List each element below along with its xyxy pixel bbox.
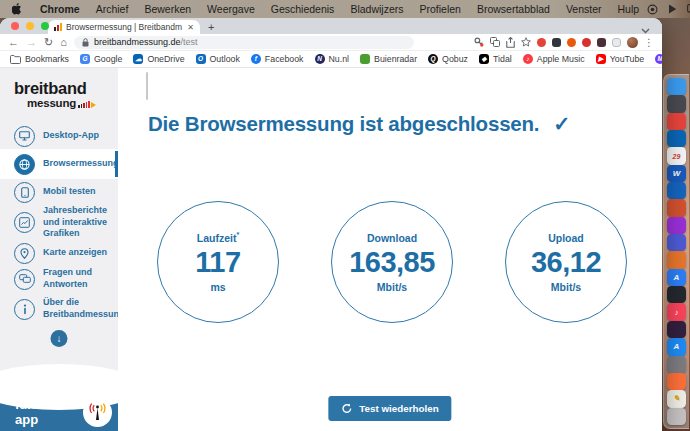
bookmark-item[interactable]: NNu.nl (315, 54, 350, 64)
apple-menu-icon[interactable] (12, 3, 22, 15)
back-button[interactable]: ← (8, 37, 19, 48)
bookmark-item[interactable]: ▶YouTube (596, 54, 645, 64)
scroll-down-arrow-icon[interactable]: ↓ (51, 330, 68, 347)
bookmark-item[interactable]: ♪Apple Music (523, 54, 585, 64)
dock-calendar[interactable]: 29 (667, 147, 686, 164)
bookmark-item[interactable]: ◆Tidal (479, 54, 512, 64)
share-icon[interactable] (506, 37, 515, 48)
dock-notes[interactable]: ✎ (667, 390, 686, 407)
translate-icon[interactable] (490, 37, 500, 47)
tab-title: Browsermessung | Breitbandm (66, 22, 183, 32)
new-tab-button[interactable]: + (208, 20, 214, 34)
metric-label: Download (367, 231, 417, 244)
menubar-item[interactable]: Profielen (411, 3, 468, 15)
repeat-test-button[interactable]: Test wiederholen (328, 396, 451, 421)
map-pin-icon (14, 243, 35, 264)
dock-artwork[interactable] (667, 321, 686, 338)
home-button[interactable]: ⌂ (60, 37, 67, 48)
breitbandmessung-logo[interactable]: breitband messung (14, 80, 118, 109)
dock-edge[interactable] (667, 130, 686, 147)
sidebar-item-jahresberichte[interactable]: Jahresberichte und interaktive Grafiken (0, 205, 118, 240)
sidebar-item-ueber[interactable]: Über die Breitbandmessung (0, 292, 118, 326)
menubar-item[interactable]: Hulp (610, 3, 648, 15)
tab-close-icon[interactable]: ✕ (187, 23, 194, 32)
side-panel-icon[interactable] (612, 38, 621, 47)
dock-music[interactable]: ♪ (667, 303, 686, 320)
ext-blocker-icon[interactable] (537, 38, 546, 47)
scrollbar-thumb[interactable] (146, 72, 148, 100)
bookmark-item[interactable]: OOutlook (196, 54, 240, 64)
sidebar-item-browsermessung[interactable]: Browsermessung (0, 149, 118, 179)
dock-trash[interactable] (667, 408, 686, 425)
dock-firefox[interactable] (667, 373, 686, 390)
menubar-item[interactable]: Weergave (199, 3, 263, 15)
sidebar-item-desktop-app[interactable]: Desktop-App (0, 123, 118, 149)
bookmark-item[interactable]: QQobuz (428, 54, 468, 64)
menubar-item[interactable]: Bewerken (136, 3, 199, 15)
sidebar-item-fragen-antworten[interactable]: Fragen und Antworten (0, 266, 118, 292)
menubar-item[interactable]: Bladwijzers (342, 3, 411, 15)
metric-value: 117 (195, 246, 240, 279)
bookmark-favicon: G (80, 54, 90, 64)
browser-window: Browsermessung | Breitbandm ✕ + ← → ↻ ⌂ … (0, 18, 662, 431)
ext-dark-icon[interactable] (552, 38, 561, 47)
dock-settings[interactable] (667, 356, 686, 373)
profile-avatar[interactable] (627, 37, 638, 48)
menubar-item[interactable]: Venster (558, 3, 610, 15)
bookmark-item[interactable]: fFacebook (251, 54, 304, 64)
dock-purple-app[interactable] (667, 217, 686, 234)
dock-blue-a-app[interactable]: A (667, 269, 686, 286)
browser-menu-icon[interactable]: ⋮ (644, 37, 654, 48)
bookmark-item[interactable]: MHBO Max (655, 54, 662, 64)
browser-tab[interactable]: Browsermessung | Breitbandm ✕ (48, 20, 200, 34)
bookmark-favicon: Q (428, 54, 438, 64)
chat-bubbles-icon (14, 269, 35, 290)
chart-icon (14, 212, 35, 233)
menubar-item[interactable]: Geschiedenis (263, 3, 343, 15)
minimize-window-button[interactable] (26, 22, 34, 30)
address-bar[interactable]: breitbandmessung.de/test (74, 36, 414, 49)
tab-favicon (54, 23, 62, 31)
dock-chrome[interactable] (667, 113, 686, 130)
reload-button[interactable]: ↻ (44, 37, 53, 48)
dock-outlook[interactable] (667, 182, 686, 199)
menubar-item[interactable]: Archief (88, 3, 137, 15)
forward-button[interactable]: → (26, 37, 37, 48)
dock-launchpad[interactable] (667, 95, 686, 112)
dock-github[interactable] (667, 286, 686, 303)
password-key-icon[interactable] (474, 37, 484, 47)
dock-office[interactable] (667, 199, 686, 216)
bookmark-folder[interactable]: Bookmarks (10, 54, 69, 64)
bookmark-item[interactable]: ☁OneDrive (133, 54, 184, 64)
play-icon[interactable] (668, 4, 677, 14)
dock-word[interactable]: W (667, 165, 686, 182)
sidebar-item-karte-anzeigen[interactable]: Karte anzeigen (0, 240, 118, 266)
extensions-puzzle-icon[interactable] (597, 38, 606, 47)
page-title: Die Browsermessung ist abgeschlossen.✓ (148, 112, 570, 136)
dock-appstore[interactable]: A (667, 338, 686, 355)
metric-label: Upload (548, 231, 584, 244)
menubar-item[interactable]: Chrome (32, 3, 88, 15)
tab-strip: Browsermessung | Breitbandm ✕ + (0, 18, 662, 34)
bookmark-star-icon[interactable] (521, 37, 531, 47)
maximize-window-button[interactable] (41, 22, 49, 30)
dock-orange-app[interactable] (667, 251, 686, 268)
ext-red-icon[interactable] (582, 38, 591, 47)
bookmark-item[interactable]: Buienradar (360, 54, 417, 64)
bookmark-favicon: ◆ (479, 54, 489, 64)
metric-unit: Mbit/s (551, 281, 581, 293)
bookmark-favicon: N (315, 54, 325, 64)
macos-dock: 29 W A ♪ A ✎ (663, 74, 689, 429)
ext-ring-icon[interactable] (567, 38, 576, 47)
bookmark-favicon (360, 54, 370, 64)
record-icon[interactable] (647, 4, 658, 15)
bookmark-item[interactable]: GGoogle (80, 54, 122, 64)
dock-finder[interactable] (667, 78, 686, 95)
metric-unit: ms (210, 281, 225, 293)
close-window-button[interactable] (11, 22, 19, 30)
metric-value: 163,85 (349, 246, 435, 279)
sidebar-item-mobil-testen[interactable]: Mobil testen (0, 179, 118, 205)
menubar-item[interactable]: Browsertabblad (469, 3, 558, 15)
tab-search-chevron-icon[interactable] (641, 20, 650, 38)
dock-blue-app[interactable] (667, 234, 686, 251)
